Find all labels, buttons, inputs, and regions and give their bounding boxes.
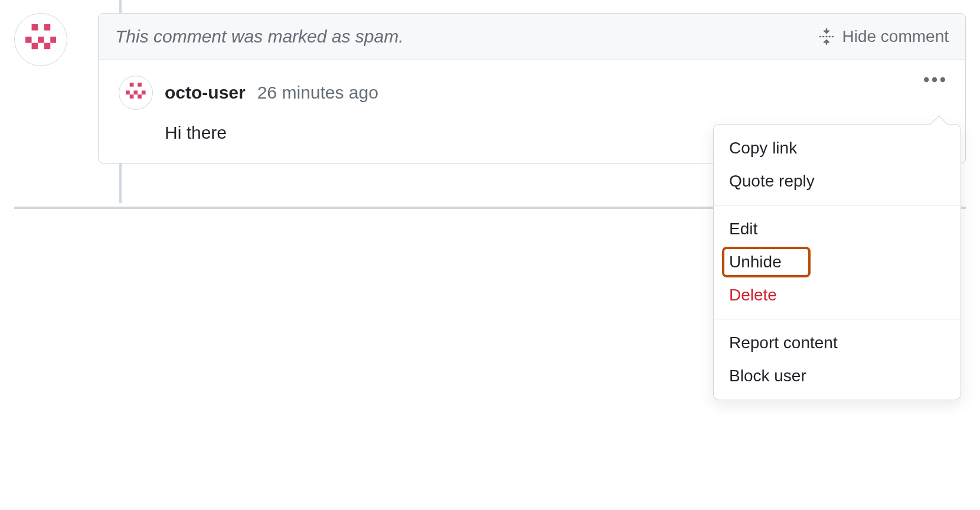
svg-rect-1 bbox=[44, 24, 50, 31]
menu-copy-link[interactable]: Copy link bbox=[714, 132, 961, 165]
menu-report-content[interactable]: Report content bbox=[714, 326, 961, 359]
comment-timestamp[interactable]: 26 minutes ago bbox=[257, 83, 378, 103]
fold-icon bbox=[818, 28, 835, 45]
svg-rect-8 bbox=[138, 83, 142, 87]
svg-rect-0 bbox=[31, 24, 38, 31]
svg-point-14 bbox=[924, 77, 929, 82]
avatar-small[interactable] bbox=[119, 76, 153, 110]
menu-unhide[interactable]: Unhide bbox=[714, 246, 961, 279]
svg-rect-5 bbox=[44, 42, 50, 49]
comment-author[interactable]: octo-user bbox=[165, 83, 246, 103]
dropdown-section-2: Edit Unhide Delete bbox=[714, 205, 961, 319]
dropdown-section-3: Report content Block user bbox=[714, 319, 961, 400]
svg-rect-9 bbox=[126, 91, 130, 95]
svg-rect-6 bbox=[50, 37, 57, 43]
identicon-icon bbox=[126, 83, 146, 103]
spam-banner: This comment was marked as spam. Hide co… bbox=[99, 14, 965, 60]
menu-quote-reply[interactable]: Quote reply bbox=[714, 165, 961, 198]
dropdown-section-1: Copy link Quote reply bbox=[714, 125, 961, 205]
svg-rect-7 bbox=[130, 83, 134, 87]
menu-block-user[interactable]: Block user bbox=[714, 359, 961, 393]
svg-point-16 bbox=[940, 77, 945, 82]
svg-point-15 bbox=[932, 77, 937, 82]
svg-rect-12 bbox=[138, 94, 142, 99]
hide-comment-button[interactable]: Hide comment bbox=[818, 27, 949, 46]
svg-rect-4 bbox=[38, 37, 44, 43]
svg-rect-11 bbox=[134, 91, 138, 95]
identicon-icon bbox=[25, 24, 57, 55]
svg-rect-13 bbox=[142, 91, 146, 95]
svg-rect-3 bbox=[31, 42, 38, 49]
svg-rect-2 bbox=[25, 37, 32, 43]
menu-delete[interactable]: Delete bbox=[714, 279, 961, 312]
svg-rect-10 bbox=[130, 94, 134, 99]
hide-comment-label: Hide comment bbox=[842, 27, 949, 46]
kebab-dropdown: Copy link Quote reply Edit Unhide Delete… bbox=[713, 124, 961, 400]
spam-banner-text: This comment was marked as spam. bbox=[115, 27, 403, 47]
avatar-large[interactable] bbox=[14, 13, 67, 66]
kebab-menu-button[interactable] bbox=[920, 73, 949, 86]
menu-edit[interactable]: Edit bbox=[714, 212, 961, 246]
kebab-icon bbox=[924, 77, 945, 83]
comment-header: octo-user 26 minutes ago bbox=[119, 76, 945, 110]
